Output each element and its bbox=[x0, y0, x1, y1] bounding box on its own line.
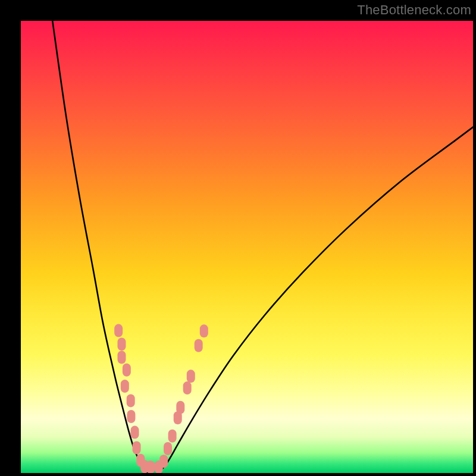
marker-dot bbox=[127, 394, 135, 407]
marker-dot bbox=[195, 339, 203, 352]
marker-dot bbox=[200, 324, 208, 337]
marker-dot bbox=[131, 426, 139, 439]
watermark-text: TheBottleneck.com bbox=[357, 2, 471, 18]
marker-dot bbox=[176, 401, 184, 414]
marker-dot bbox=[187, 369, 195, 383]
chart-container: TheBottleneck.com bbox=[0, 0, 476, 476]
marker-dot bbox=[114, 324, 123, 337]
marker-dot bbox=[133, 441, 141, 454]
marker-dot bbox=[127, 410, 135, 423]
marker-dot bbox=[159, 455, 168, 468]
marker-dot bbox=[183, 381, 192, 394]
series-curve-right bbox=[159, 127, 473, 473]
marker-dot bbox=[121, 380, 129, 393]
marker-dot bbox=[168, 430, 177, 443]
marker-dot bbox=[123, 364, 131, 377]
marker-dot bbox=[146, 461, 155, 473]
marker-dot bbox=[117, 350, 126, 364]
marker-dot bbox=[164, 442, 172, 455]
marker-dots bbox=[114, 324, 208, 473]
marker-dot bbox=[117, 337, 126, 350]
series-lines bbox=[52, 21, 473, 473]
chart-overlay bbox=[21, 21, 473, 473]
